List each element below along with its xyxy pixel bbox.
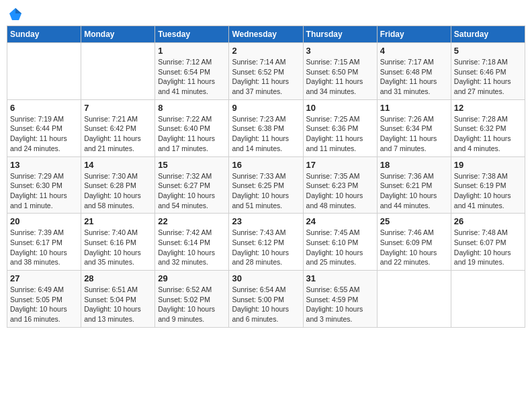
day-number: 19 [454,160,522,170]
daylight-text: Daylight: 11 hours and 41 minutes. [158,77,215,95]
sunrise-text: Sunrise: 7:48 AM [454,228,508,236]
sunset-text: Sunset: 6:42 PM [84,124,136,132]
daylight-text: Daylight: 11 hours and 37 minutes. [232,77,289,95]
sunset-text: Sunset: 6:40 PM [158,124,210,132]
daylight-text: Daylight: 11 hours and 11 minutes. [306,134,363,152]
day-number: 22 [158,216,226,226]
sunset-text: Sunset: 6:14 PM [158,238,210,246]
calendar-week-row: 20 Sunrise: 7:39 AM Sunset: 6:17 PM Dayl… [7,214,525,271]
sunrise-text: Sunrise: 7:29 AM [10,172,64,180]
calendar-cell: 21 Sunrise: 7:40 AM Sunset: 6:16 PM Dayl… [81,214,155,271]
sunrise-text: Sunrise: 7:23 AM [232,115,285,123]
day-number: 20 [10,216,78,226]
daylight-text: Daylight: 10 hours and 41 minutes. [454,191,511,210]
calendar-week-row: 6 Sunrise: 7:19 AM Sunset: 6:44 PM Dayli… [7,99,525,156]
calendar-cell: 24 Sunrise: 7:45 AM Sunset: 6:10 PM Dayl… [303,214,377,271]
daylight-text: Daylight: 10 hours and 19 minutes. [454,248,511,267]
sunrise-text: Sunrise: 7:19 AM [10,115,64,123]
sunset-text: Sunset: 6:19 PM [454,181,506,189]
sunrise-text: Sunrise: 7:35 AM [306,172,360,180]
calendar-cell: 22 Sunrise: 7:42 AM Sunset: 6:14 PM Dayl… [155,214,229,271]
sunset-text: Sunset: 6:48 PM [380,68,433,76]
daylight-text: Daylight: 10 hours and 28 minutes. [232,248,289,267]
day-number: 26 [454,216,522,226]
day-number: 24 [306,216,374,226]
sunset-text: Sunset: 6:54 PM [158,68,210,76]
sunrise-text: Sunrise: 6:52 AM [158,285,212,293]
daylight-text: Daylight: 10 hours and 35 minutes. [84,248,141,267]
sunset-text: Sunset: 6:38 PM [232,124,284,132]
calendar-cell: 9 Sunrise: 7:23 AM Sunset: 6:38 PM Dayli… [229,99,303,156]
calendar-cell: 30 Sunrise: 6:54 AM Sunset: 5:00 PM Dayl… [229,271,303,328]
daylight-text: Daylight: 10 hours and 32 minutes. [158,248,215,267]
calendar-cell: 31 Sunrise: 6:55 AM Sunset: 4:59 PM Dayl… [303,271,377,328]
day-number: 16 [232,160,300,170]
day-number: 28 [84,273,152,283]
logo [7,7,23,23]
sunset-text: Sunset: 6:30 PM [10,181,62,189]
daylight-text: Daylight: 11 hours and 21 minutes. [84,134,141,152]
calendar-cell: 28 Sunrise: 6:51 AM Sunset: 5:04 PM Dayl… [81,271,155,328]
calendar-cell: 10 Sunrise: 7:25 AM Sunset: 6:36 PM Dayl… [303,99,377,156]
calendar-cell: 14 Sunrise: 7:30 AM Sunset: 6:28 PM Dayl… [81,156,155,214]
sunset-text: Sunset: 6:09 PM [380,238,433,246]
calendar-table: SundayMondayTuesdayWednesdayThursdayFrid… [7,26,525,328]
weekday-header-friday: Friday [377,26,451,43]
weekday-header-sunday: Sunday [7,26,81,43]
calendar-week-row: 1 Sunrise: 7:12 AM Sunset: 6:54 PM Dayli… [7,43,525,100]
weekday-header-monday: Monday [81,26,155,43]
calendar-cell: 12 Sunrise: 7:28 AM Sunset: 6:32 PM Dayl… [451,99,525,156]
day-number: 11 [380,103,448,113]
sunrise-text: Sunrise: 6:51 AM [84,285,138,293]
daylight-text: Daylight: 11 hours and 1 minute. [10,191,67,210]
calendar-cell: 23 Sunrise: 7:43 AM Sunset: 6:12 PM Dayl… [229,214,303,271]
daylight-text: Daylight: 10 hours and 38 minutes. [10,248,67,267]
day-number: 14 [84,160,152,170]
weekday-header-wednesday: Wednesday [229,26,303,43]
sunrise-text: Sunrise: 7:22 AM [158,115,212,123]
sunset-text: Sunset: 6:17 PM [10,238,62,246]
daylight-text: Daylight: 10 hours and 25 minutes. [306,248,363,267]
calendar-cell: 8 Sunrise: 7:22 AM Sunset: 6:40 PM Dayli… [155,99,229,156]
day-number: 3 [306,46,374,56]
sunrise-text: Sunrise: 7:26 AM [380,115,434,123]
calendar-cell [377,271,451,328]
sunset-text: Sunset: 6:36 PM [306,124,359,132]
sunset-text: Sunset: 6:28 PM [84,181,136,189]
day-number: 9 [232,103,300,113]
calendar-cell [81,43,155,100]
calendar-cell: 15 Sunrise: 7:32 AM Sunset: 6:27 PM Dayl… [155,156,229,214]
daylight-text: Daylight: 10 hours and 3 minutes. [306,305,363,323]
weekday-header-tuesday: Tuesday [155,26,229,43]
sunrise-text: Sunrise: 7:21 AM [84,115,138,123]
sunrise-text: Sunrise: 7:17 AM [380,58,434,66]
day-number: 31 [306,273,374,283]
weekday-header-row: SundayMondayTuesdayWednesdayThursdayFrid… [7,26,525,43]
page-header [7,7,525,23]
daylight-text: Daylight: 10 hours and 48 minutes. [306,191,363,210]
sunrise-text: Sunrise: 7:12 AM [158,58,212,66]
sunrise-text: Sunrise: 7:40 AM [84,228,138,236]
sunrise-text: Sunrise: 7:15 AM [306,58,360,66]
day-number: 29 [158,273,226,283]
svg-marker-1 [15,8,21,13]
day-number: 7 [84,103,152,113]
daylight-text: Daylight: 11 hours and 24 minutes. [10,134,67,152]
sunrise-text: Sunrise: 6:49 AM [10,285,64,293]
sunset-text: Sunset: 6:07 PM [454,238,506,246]
daylight-text: Daylight: 10 hours and 6 minutes. [232,305,289,323]
daylight-text: Daylight: 10 hours and 13 minutes. [84,305,141,323]
sunrise-text: Sunrise: 7:18 AM [454,58,508,66]
daylight-text: Daylight: 11 hours and 27 minutes. [454,77,511,95]
calendar-cell: 11 Sunrise: 7:26 AM Sunset: 6:34 PM Dayl… [377,99,451,156]
day-number: 12 [454,103,522,113]
day-number: 25 [380,216,448,226]
sunset-text: Sunset: 5:05 PM [10,295,62,304]
sunrise-text: Sunrise: 7:45 AM [306,228,360,236]
day-number: 30 [232,273,300,283]
day-number: 2 [232,46,300,56]
day-number: 21 [84,216,152,226]
calendar-cell: 20 Sunrise: 7:39 AM Sunset: 6:17 PM Dayl… [7,214,81,271]
daylight-text: Daylight: 11 hours and 17 minutes. [158,134,215,152]
sunset-text: Sunset: 6:25 PM [232,181,284,189]
